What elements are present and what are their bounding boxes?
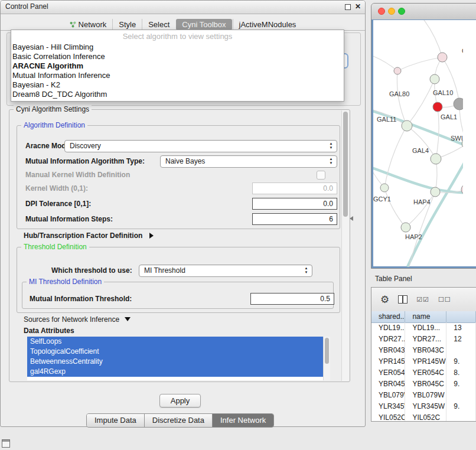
- table-cell: YDR27...: [405, 334, 446, 345]
- splitter-collapse-icon[interactable]: [350, 216, 353, 221]
- gear-icon[interactable]: ⚙: [380, 295, 389, 305]
- attribute-item[interactable]: TopologicalCoefficient: [27, 347, 323, 357]
- network-canvas[interactable]: GALGAL80GAL10GAL11GAL1SWI4GAL4GCY1HAP4HA…: [371, 19, 476, 268]
- column-header[interactable]: name: [405, 311, 446, 322]
- dropdown-item[interactable]: Basic Correlation Inference: [11, 52, 344, 61]
- unchecked-boxes-icon[interactable]: ☐☐: [438, 296, 451, 304]
- dropdown-item[interactable]: Dream8 DC_TDC Algorithm: [11, 90, 344, 99]
- node[interactable]: [380, 184, 389, 192]
- tab-select[interactable]: Select: [142, 19, 175, 30]
- close-traffic-light-icon[interactable]: [378, 8, 385, 15]
- which-threshold-label: Which threshold to use:: [51, 265, 132, 276]
- minimized-panel-icon[interactable]: [2, 439, 10, 448]
- table-cell: YLR345W: [405, 401, 446, 412]
- control-panel-titlebar[interactable]: Control Panel ✕: [1, 1, 365, 14]
- edge[interactable]: [407, 79, 435, 126]
- column-header[interactable]: [446, 311, 476, 322]
- dropdown-item[interactable]: Bayesian - K2: [11, 80, 344, 90]
- dropdown-item-list: Bayesian - Hill ClimbingBasic Correlatio…: [11, 43, 344, 99]
- manual-kernel-checkbox[interactable]: [317, 171, 325, 180]
- table-cell: YBL079W: [405, 390, 446, 401]
- settings-scrollbar[interactable]: [341, 110, 349, 381]
- tab-impute-data[interactable]: Impute Data: [87, 414, 144, 427]
- node[interactable]: [402, 120, 412, 131]
- table-row[interactable]: YDL19...YDL19...13: [371, 322, 476, 334]
- dropdown-item[interactable]: Mutual Information Inference: [11, 71, 344, 80]
- tab-jactivemnodules[interactable]: jActiveMNodules: [233, 19, 302, 30]
- node[interactable]: [431, 187, 440, 197]
- edge[interactable]: [384, 188, 406, 227]
- tab-style[interactable]: Style: [112, 19, 142, 30]
- table-row[interactable]: YBL079WYBL079W: [371, 390, 476, 401]
- table-cell: YBL079W: [371, 390, 405, 401]
- tab-discretize-data[interactable]: Discretize Data: [144, 414, 212, 427]
- edge[interactable]: [373, 54, 397, 71]
- kernel-width-field[interactable]: 0.0: [252, 182, 337, 194]
- column-header[interactable]: shared...: [371, 311, 405, 322]
- node[interactable]: [454, 98, 463, 110]
- which-threshold-value: MI Threshold: [144, 266, 185, 275]
- tab-cyni-toolbox[interactable]: Cyni Toolbox: [176, 19, 232, 30]
- table-row[interactable]: YLR345WYLR345W9.: [371, 401, 476, 412]
- node[interactable]: [438, 53, 447, 62]
- tab-infer-network[interactable]: Infer Network: [212, 414, 273, 427]
- attribute-item[interactable]: SelfLoops: [27, 337, 323, 347]
- node[interactable]: [433, 102, 442, 112]
- panel-title: Control Panel: [5, 2, 48, 11]
- table-cell: YER054C: [405, 367, 446, 379]
- attributes-scrollbar[interactable]: [323, 337, 330, 380]
- which-threshold-select[interactable]: MI Threshold ▲▼: [139, 265, 312, 277]
- aracne-mode-select[interactable]: Discovery ▲▼: [64, 140, 337, 152]
- minimize-traffic-light-icon[interactable]: [388, 8, 395, 15]
- dropdown-item[interactable]: Bayesian - Hill Climbing: [11, 43, 344, 52]
- table-toolbar: ⚙ ☑☑ ☐☐: [371, 288, 476, 312]
- algorithm-definition-group: Algorithm Definition Aracne Mode: Discov…: [17, 125, 340, 229]
- node[interactable]: [430, 74, 439, 84]
- tab-network[interactable]: Network: [64, 19, 113, 30]
- node[interactable]: [394, 67, 401, 74]
- table-row[interactable]: YDR27...YDR27...12: [371, 334, 476, 345]
- columns-icon[interactable]: [398, 295, 407, 304]
- node-label: HAP4: [413, 198, 431, 206]
- edge[interactable]: [420, 20, 442, 57]
- scrollbar-thumb[interactable]: [325, 338, 329, 364]
- scrollbar-thumb[interactable]: [343, 112, 348, 217]
- attribute-item[interactable]: gal4RGexp: [27, 367, 323, 377]
- edge[interactable]: [397, 57, 442, 71]
- mi-type-select[interactable]: Naive Bayes ▲▼: [160, 155, 337, 168]
- hub-section-toggle[interactable]: Hub/Transcription Factor Definition: [24, 231, 154, 240]
- network-graph[interactable]: GALGAL80GAL10GAL11GAL1SWI4GAL4GCY1HAP4HA…: [373, 20, 463, 267]
- dropdown-item[interactable]: ARACNE Algorithm: [11, 61, 344, 71]
- table-cell: 9.: [446, 401, 476, 412]
- mi-threshold-field[interactable]: 0.5: [250, 293, 334, 305]
- close-icon[interactable]: ✕: [355, 2, 361, 11]
- node[interactable]: [401, 223, 410, 232]
- table-row[interactable]: YBR045CYBR045C9.: [371, 379, 476, 390]
- attribute-item[interactable]: BetweennessCentrality: [27, 357, 323, 367]
- network-icon: [70, 21, 76, 28]
- expanded-arrow-icon: [125, 317, 131, 321]
- mi-threshold-group: MI Threshold Definition Mutual Informati…: [22, 282, 334, 309]
- mi-steps-field[interactable]: 6: [252, 213, 337, 225]
- node[interactable]: [431, 154, 441, 164]
- float-window-icon[interactable]: [345, 4, 351, 10]
- apply-button[interactable]: Apply: [159, 394, 201, 407]
- node-label: GCY1: [373, 195, 391, 203]
- table-cell: YPR145W: [371, 356, 405, 367]
- checked-boxes-icon[interactable]: ☑☑: [416, 296, 429, 304]
- table-row[interactable]: YBR043CYBR043C: [371, 345, 476, 356]
- edge[interactable]: [442, 57, 459, 104]
- zoom-traffic-light-icon[interactable]: [398, 8, 405, 15]
- edge[interactable]: [397, 71, 407, 126]
- thick-edge[interactable]: [407, 150, 463, 267]
- table-row[interactable]: YIL052CYIL052C: [371, 412, 476, 421]
- dpi-tolerance-label: DPI Tolerance [0,1]:: [25, 198, 91, 210]
- sources-section-toggle[interactable]: Sources for Network Inference: [24, 315, 131, 324]
- table-row[interactable]: YER054CYER054C8.: [371, 367, 476, 379]
- table-row[interactable]: YPR145WYPR145W9.: [371, 356, 476, 367]
- table-cell: YBR043C: [405, 345, 446, 356]
- node-label: SWI4: [451, 135, 463, 142]
- network-window-titlebar[interactable]: [371, 4, 476, 20]
- dpi-tolerance-field[interactable]: 0.0: [252, 198, 337, 210]
- table-cell: YIL052C: [371, 412, 405, 421]
